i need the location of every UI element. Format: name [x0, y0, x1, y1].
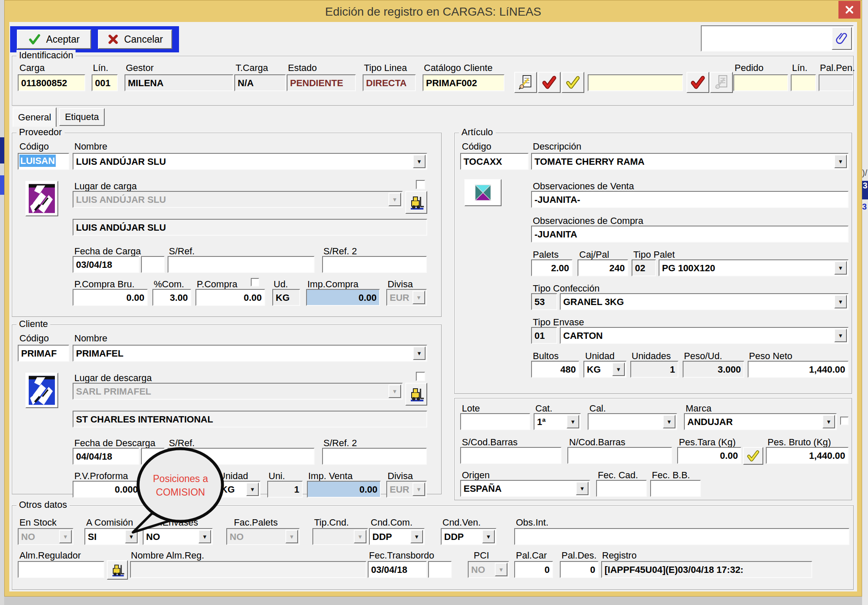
tara-confirm-button[interactable]: [743, 447, 763, 465]
lote-field[interactable]: [460, 413, 530, 430]
obs-venta-label: Observaciones de Venta: [533, 181, 634, 192]
com-field[interactable]: 3.00: [152, 289, 191, 306]
alm-regulador-field[interactable]: [18, 561, 104, 578]
linea2-field[interactable]: [791, 74, 816, 91]
alm-truck-button[interactable]: [107, 560, 128, 580]
chevron-down-icon[interactable]: ▼: [834, 261, 847, 275]
descripcion-combo[interactable]: TOMATE CHERRY RAMA ▼: [531, 153, 849, 170]
chevron-down-icon[interactable]: ▼: [822, 415, 835, 428]
cnd-com-combo[interactable]: DDP ▼: [369, 528, 425, 545]
cliente-nombre-combo[interactable]: PRIMAFEL ▼: [73, 345, 427, 362]
accept-button[interactable]: Aceptar: [17, 30, 91, 49]
attachment-button[interactable]: [832, 27, 852, 50]
tab-etiqueta-label: Etiqueta: [65, 112, 99, 123]
chevron-down-icon[interactable]: ▼: [413, 155, 426, 168]
chevron-down-icon[interactable]: ▼: [567, 415, 579, 428]
pedido-field[interactable]: [733, 74, 788, 91]
pal-car-field[interactable]: 0: [514, 561, 553, 578]
chevron-down-icon[interactable]: ▼: [663, 415, 675, 428]
origen-combo[interactable]: ESPAÑA ▼: [460, 480, 590, 497]
catalogo-cliente-field[interactable]: PRIMAF002: [423, 74, 505, 91]
pcompra-bru-field[interactable]: 0.00: [73, 289, 148, 306]
chevron-down-icon[interactable]: ▼: [834, 329, 847, 342]
pcompra-checkbox[interactable]: [251, 278, 259, 286]
lugar-descarga-checkbox[interactable]: [416, 372, 425, 381]
chevron-down-icon[interactable]: ▼: [482, 530, 495, 543]
fec-bb-field[interactable]: [650, 480, 701, 497]
lugar-carga-truck-button[interactable]: [405, 191, 427, 214]
red-check-icon: [542, 75, 556, 90]
obs-compra-field[interactable]: -JUANITA: [531, 226, 849, 243]
fecha-carga-label: Fecha de Carga: [74, 246, 141, 257]
proveedor-sref2-field[interactable]: [322, 256, 427, 273]
comment-bubble-line2: COMISION: [146, 487, 215, 498]
cnd-ven-combo[interactable]: DDP ▼: [441, 528, 496, 545]
attachment-field[interactable]: [701, 25, 854, 52]
tipo-confeccion-combo[interactable]: GRANEL 3KG ▼: [560, 293, 849, 310]
cliente-contact-button[interactable]: [25, 373, 58, 408]
fec-transbordo-extra-field[interactable]: [428, 561, 452, 578]
articulo-info-button[interactable]: [464, 179, 502, 206]
registro-field: [IAPPF45U04](E)03/04/18 17:32:: [601, 561, 812, 578]
edit-document-button[interactable]: [514, 72, 537, 93]
chevron-down-icon[interactable]: ▼: [413, 346, 426, 360]
chevron-down-icon[interactable]: ▼: [834, 295, 847, 308]
proveedor-nombre-combo[interactable]: LUIS ANDÚJAR SLU ▼: [73, 153, 427, 170]
obs-int-field[interactable]: [514, 528, 849, 545]
tipo-envase-combo[interactable]: CARTON ▼: [560, 327, 849, 344]
peso-neto-field[interactable]: 1,440.00: [748, 361, 849, 378]
articulo-codigo-field[interactable]: TOCAXX: [460, 153, 529, 170]
tab-general[interactable]: General: [13, 107, 57, 127]
fec-transbordo-field[interactable]: 03/04/18: [368, 561, 427, 578]
cliente-codigo-field[interactable]: PRIMAF: [18, 345, 69, 362]
fac-palets-combo: NO ▼: [226, 528, 300, 545]
chevron-down-icon[interactable]: ▼: [246, 482, 259, 496]
catalogo-cliente-label: Catálogo Cliente: [424, 63, 493, 74]
cal-combo[interactable]: ▼: [588, 413, 677, 430]
chevron-down-icon[interactable]: ▼: [834, 155, 847, 168]
obs-venta-field[interactable]: -JUANITA-: [531, 191, 849, 208]
scod-barras-field[interactable]: [460, 447, 561, 464]
tipo-palet-label: Tipo Palet: [633, 249, 675, 260]
identification-extra-field[interactable]: [588, 74, 683, 91]
linea-field[interactable]: 001: [92, 74, 118, 91]
close-button[interactable]: [838, 1, 860, 19]
lugar-descarga-truck-button[interactable]: [405, 383, 427, 406]
proveedor-contact-button[interactable]: [25, 181, 58, 216]
pcompra-field[interactable]: 0.00: [195, 289, 265, 306]
fecha-carga-field[interactable]: 03/04/18: [73, 256, 139, 273]
palets-field[interactable]: 2.00: [531, 259, 572, 276]
proveedor-codigo-field[interactable]: LUISAN: [18, 153, 69, 170]
en-stock-combo: NO ▼: [18, 528, 73, 545]
cat-combo[interactable]: 1ª ▼: [534, 413, 581, 430]
marca-checkbox[interactable]: [840, 417, 849, 425]
marca-combo[interactable]: ANDUJAR ▼: [684, 413, 837, 430]
cancel-button[interactable]: Cancelar: [98, 30, 172, 49]
tab-etiqueta[interactable]: Etiqueta: [59, 108, 105, 126]
pes-bruto-field[interactable]: 1,440.00: [766, 447, 849, 464]
chevron-down-icon[interactable]: ▼: [410, 530, 423, 543]
background-right-text2: 3: [862, 202, 867, 212]
pes-tara-field[interactable]: 0.00: [677, 447, 741, 464]
obs-int-label: Obs.Int.: [516, 517, 548, 528]
ncod-barras-field[interactable]: [567, 447, 672, 464]
confirm-red-button-2[interactable]: [686, 72, 709, 93]
chevron-down-icon[interactable]: ▼: [612, 362, 625, 376]
carga-field[interactable]: 011800852: [18, 74, 85, 91]
uni-field: 1: [267, 481, 303, 498]
tipo-palet-combo[interactable]: PG 100X120 ▼: [659, 259, 849, 276]
lugar-carga-checkbox[interactable]: [416, 180, 425, 189]
cajpal-field[interactable]: 240: [578, 259, 628, 276]
bultos-field[interactable]: 480: [531, 361, 579, 378]
proveedor-sref-field[interactable]: [168, 256, 315, 273]
pal-des-field[interactable]: 0: [560, 561, 599, 578]
chevron-down-icon: ▼: [354, 530, 366, 543]
fecha-carga-extra-field[interactable]: [141, 256, 165, 273]
cliente-sref2-field[interactable]: [322, 448, 427, 465]
chevron-down-icon[interactable]: ▼: [576, 482, 589, 495]
articulo-unidad-combo[interactable]: KG ▼: [583, 361, 627, 378]
confirm-red-button[interactable]: [538, 72, 561, 93]
yellow-check-icon: [747, 450, 760, 462]
fec-cad-field[interactable]: [596, 480, 647, 497]
confirm-yellow-button[interactable]: [561, 72, 584, 93]
